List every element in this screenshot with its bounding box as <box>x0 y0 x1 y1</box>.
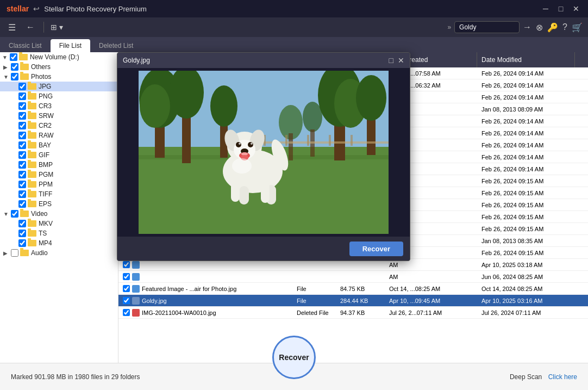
cart-icon[interactable]: 🛒 <box>572 22 583 33</box>
folder-icon-cr3 <box>28 103 36 109</box>
search-arrow-icon[interactable]: → <box>523 22 531 32</box>
svg-point-40 <box>251 143 253 145</box>
tree-item-cr3[interactable]: CR3 <box>0 101 118 111</box>
tree-checkbox-photos[interactable] <box>11 73 18 81</box>
svg-point-5 <box>140 84 170 128</box>
table-row[interactable]: Featured Image - ...air for Photo.jpg Fi… <box>118 283 588 295</box>
minimize-button[interactable]: ─ <box>540 3 551 14</box>
tree-checkbox-gif[interactable] <box>18 151 26 159</box>
modal-close-button[interactable]: ✕ <box>398 56 404 65</box>
file-type-goldy: File <box>292 298 336 304</box>
tree-item-gif[interactable]: GIF <box>0 150 118 160</box>
tree-checkbox-eps[interactable] <box>18 200 26 208</box>
tree-item-tiff[interactable]: TIFF <box>0 189 118 199</box>
col-header-modified[interactable]: Date Modified <box>477 52 575 67</box>
tree-item-mkv[interactable]: MKV <box>0 219 118 228</box>
tree-item-srw[interactable]: SRW <box>0 111 118 121</box>
tree-checkbox-ppm[interactable] <box>18 181 26 188</box>
grid-icon: ⊞ <box>51 23 57 32</box>
tree-checkbox-mp4[interactable] <box>18 239 26 247</box>
view-grid-button[interactable]: ⊞ ▾ <box>51 23 63 32</box>
tab-file-list[interactable]: File List <box>51 39 90 52</box>
file-type-icon <box>132 261 140 269</box>
menu-icon[interactable]: ☰ <box>5 21 18 34</box>
tree-checkbox-raw[interactable] <box>18 132 26 139</box>
title-bar-icon: ↩ <box>33 4 40 13</box>
folder-icon-cr2 <box>28 122 36 129</box>
file-row-checkbox-img[interactable] <box>123 309 130 316</box>
file-modified: Apr 10, 2025 03:18 AM <box>477 262 575 268</box>
folder-icon-ppm <box>28 181 36 188</box>
tab-classic-list[interactable]: Classic List <box>0 39 51 52</box>
tree-checkbox-bay[interactable] <box>18 141 26 149</box>
search-clear-icon[interactable]: ⊗ <box>536 22 543 33</box>
file-row-checkbox[interactable] <box>123 285 130 292</box>
folder-icon-others <box>20 64 29 70</box>
tree-checkbox-srw[interactable] <box>18 112 26 120</box>
tree-item-ppm[interactable]: PPM <box>0 179 118 189</box>
tree-item-video[interactable]: ▼ Video <box>0 209 118 219</box>
modal-minimize-button[interactable]: □ <box>389 56 393 65</box>
modal-footer: Recover <box>117 237 410 261</box>
file-type-icon <box>132 273 140 281</box>
tree-label-gif: GIF <box>39 151 49 159</box>
file-row-checkbox-goldy[interactable] <box>123 297 130 304</box>
tree-checkbox-newvolume[interactable] <box>10 53 17 61</box>
file-name: Featured Image - ...air for Photo.jpg <box>142 286 236 292</box>
tree-item-bay[interactable]: BAY <box>0 140 118 150</box>
tree-checkbox-audio[interactable] <box>11 249 18 257</box>
tree-checkbox-cr3[interactable] <box>18 102 26 110</box>
tree-item-bmp[interactable]: BMP <box>0 160 118 170</box>
folder-icon-eps <box>28 201 36 207</box>
tree-item-others[interactable]: ▶ Others <box>0 62 118 72</box>
tree-checkbox-bmp[interactable] <box>18 161 26 169</box>
tree-label-png: PNG <box>39 92 53 100</box>
deep-scan-link[interactable]: Click here <box>548 373 577 381</box>
file-modified: Feb 26, 2024 09:14 AM <box>477 142 575 148</box>
file-size-goldy: 284.44 KB <box>336 298 385 304</box>
tree-item-eps[interactable]: EPS <box>0 199 118 209</box>
key-icon[interactable]: 🔑 <box>547 22 558 33</box>
tree-label-others: Others <box>31 63 51 71</box>
table-row-goldy[interactable]: Goldy.jpg File 284.44 KB Apr 10, ...09:4… <box>118 295 588 307</box>
folder-icon-mkv <box>28 220 36 227</box>
file-row-checkbox[interactable] <box>123 261 130 268</box>
tree-item-photos[interactable]: ▼ Photos <box>0 72 118 82</box>
search-input[interactable] <box>454 21 520 33</box>
tree-item-mp4[interactable]: MP4 <box>0 238 118 248</box>
svg-rect-29 <box>239 186 249 205</box>
tree-checkbox-ts[interactable] <box>18 230 26 237</box>
tree-checkbox-jpg[interactable] <box>18 83 26 90</box>
main-recover-button[interactable]: Recover <box>272 336 316 379</box>
folder-icon-mp4 <box>28 240 36 246</box>
tree-item-jpg[interactable]: JPG <box>0 82 118 91</box>
tree-item-ts[interactable]: TS <box>0 228 118 238</box>
tree-item-png[interactable]: PNG <box>0 91 118 101</box>
table-row[interactable]: AM Jun 06, 2024 08:25 AM <box>118 271 588 283</box>
tree-item-audio[interactable]: ▶ Audio <box>0 248 118 258</box>
file-row-checkbox[interactable] <box>123 273 130 280</box>
restore-button[interactable]: □ <box>555 3 566 14</box>
file-modified: Jan 08, 2013 08:09 AM <box>477 106 575 113</box>
close-button[interactable]: ✕ <box>571 3 581 14</box>
tree-checkbox-mkv[interactable] <box>18 220 26 227</box>
tree-item-cr2[interactable]: CR2 <box>0 121 118 131</box>
tab-deleted-list[interactable]: Deleted List <box>90 39 142 52</box>
modal-image-area <box>117 68 410 237</box>
table-row-img[interactable]: IMG-20211004-WA0010.jpg Deleted File 94.… <box>118 307 588 319</box>
tree-checkbox-tiff[interactable] <box>18 190 26 198</box>
tree-item-pgm[interactable]: PGM <box>0 170 118 179</box>
modal-recover-button[interactable]: Recover <box>349 242 403 256</box>
tree-checkbox-others[interactable] <box>11 63 18 71</box>
folder-icon-ts <box>28 230 36 237</box>
back-icon[interactable]: ← <box>24 21 37 34</box>
tree-item-newvolume[interactable]: ▼ New Volume (D:) <box>0 52 118 62</box>
tree-checkbox-cr2[interactable] <box>18 122 26 129</box>
file-modified: Feb 26, 2024 09:14 AM <box>477 70 575 77</box>
tree-checkbox-pgm[interactable] <box>18 171 26 178</box>
help-icon[interactable]: ? <box>562 22 567 32</box>
tree-checkbox-png[interactable] <box>18 92 26 100</box>
file-type-img: Deleted File <box>292 309 336 316</box>
tree-checkbox-video[interactable] <box>11 210 18 218</box>
tree-item-raw[interactable]: RAW <box>0 131 118 140</box>
